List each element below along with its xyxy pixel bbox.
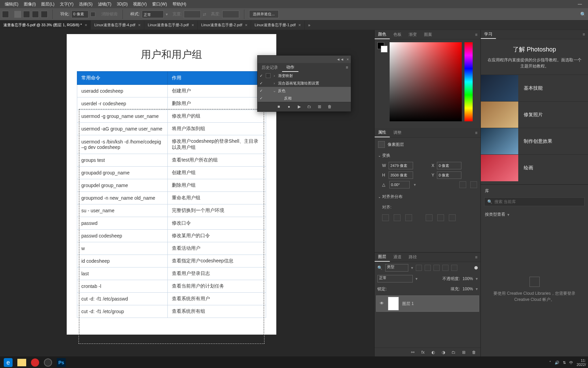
search-icon[interactable]: 🔍 [377, 265, 382, 270]
align-bottom-icon[interactable] [449, 214, 456, 221]
taskbar-edge-icon[interactable]: e [4, 358, 13, 367]
taskbar-app-icon[interactable] [31, 358, 39, 367]
subtract-selection-icon[interactable] [32, 11, 39, 18]
library-filter-select[interactable]: 按类型查看▾ [481, 208, 588, 221]
fg-bg-swatch[interactable] [377, 42, 387, 52]
play-icon[interactable]: ▶ [296, 104, 302, 110]
learn-item-creative[interactable]: 制作创意效果 [481, 128, 588, 154]
history-tab[interactable]: 历史记录 [258, 63, 282, 72]
panel-menu-icon[interactable]: ≡ [472, 252, 480, 262]
tray-ime[interactable]: 中 [569, 360, 573, 365]
actions-tab[interactable]: 动作 [282, 63, 298, 72]
adjustments-tab[interactable]: 调整 [390, 128, 405, 137]
new-icon[interactable]: ⊞ [317, 104, 322, 110]
intersect-selection-icon[interactable] [41, 11, 48, 18]
layer-name[interactable]: 图层 1 [402, 301, 414, 307]
menu-layer[interactable]: 图层(L) [38, 1, 57, 7]
new-layer-icon[interactable]: ⊞ [461, 350, 467, 356]
actions-panel[interactable]: ◄◄× 历史记录 动作 ≡ ✓›渐变映射 ✓›混合器画笔克隆绘图设置 ✓⌄反色 … [257, 55, 351, 112]
width-input[interactable] [389, 162, 413, 169]
more-tabs-icon[interactable]: » [305, 20, 314, 30]
layers-tab[interactable]: 图层 [375, 252, 390, 262]
trash-icon[interactable]: 🗑 [471, 350, 477, 356]
close-icon[interactable]: × [138, 22, 141, 28]
visibility-icon[interactable]: 👁 [379, 301, 385, 306]
menu-3d[interactable]: 3D(D) [114, 2, 130, 6]
align-right-icon[interactable] [405, 214, 412, 221]
paths-tab[interactable]: 路径 [405, 252, 421, 262]
transform-section[interactable]: 变换 [382, 153, 390, 158]
panel-menu-icon[interactable]: ≡ [472, 128, 480, 137]
library-search-input[interactable]: 🔍搜索 当前库 [484, 197, 585, 206]
menu-help[interactable]: 帮助(H) [170, 1, 189, 7]
angle-input[interactable] [389, 181, 410, 188]
channels-tab[interactable]: 通道 [390, 252, 405, 262]
align-hcenter-icon[interactable] [394, 214, 401, 221]
x-input[interactable] [437, 162, 461, 169]
menu-window[interactable]: 窗口(W) [149, 1, 169, 7]
tray-volume-icon[interactable]: 🔊 [555, 361, 559, 365]
trash-icon[interactable]: 🗑 [327, 104, 332, 110]
minimize-button[interactable]: — [575, 2, 586, 6]
align-vcenter-icon[interactable] [437, 214, 444, 221]
learn-item-paint[interactable]: 绘画 [481, 154, 588, 181]
menu-type[interactable]: 文字(Y) [57, 1, 76, 7]
menu-filter[interactable]: 滤镜(T) [95, 1, 114, 7]
gradients-tab[interactable]: 渐变 [405, 30, 421, 39]
mask-icon[interactable]: ◐ [430, 350, 436, 356]
add-selection-icon[interactable] [23, 11, 30, 18]
color-picker[interactable] [375, 40, 480, 128]
filter-kind-select[interactable]: 类型 [385, 264, 408, 272]
filter-smart-icon[interactable] [451, 265, 457, 271]
filter-adjust-icon[interactable] [425, 265, 431, 271]
close-icon[interactable]: × [192, 22, 194, 28]
layer-item[interactable]: 👁 图层 1 [376, 295, 479, 312]
taskbar-obs-icon[interactable] [44, 358, 52, 367]
flip-h-icon[interactable] [459, 181, 466, 188]
link-icon[interactable]: ⚯ [410, 350, 416, 356]
tray-date[interactable]: 2022/ [576, 363, 586, 367]
blend-mode-select[interactable]: 正常 [377, 275, 413, 282]
doc-tab-5[interactable]: Linux速查备忘手册-1.pdf× [251, 20, 305, 30]
filter-shape-icon[interactable] [442, 265, 448, 271]
close-icon[interactable]: × [347, 57, 349, 61]
y-input[interactable] [437, 171, 461, 179]
group-icon[interactable]: 🗀 [451, 350, 457, 356]
close-icon[interactable]: × [298, 22, 301, 28]
color-tab[interactable]: 颜色 [375, 30, 390, 39]
collapse-icon[interactable]: ◄◄ [337, 57, 344, 61]
tool-preset-icon[interactable] [2, 11, 9, 18]
libraries-tab[interactable]: 库 [481, 184, 588, 196]
filter-toggle-icon[interactable] [474, 266, 478, 270]
close-icon[interactable]: × [85, 22, 87, 28]
learn-item-basics[interactable]: 基本技能 [481, 75, 588, 101]
properties-tab[interactable]: 属性 [375, 128, 390, 137]
tray-up-icon[interactable]: ˄ [549, 361, 551, 365]
doc-tab-1[interactable]: 速查备忘手册-5.pdf @ 33.3% (图层 1, RGB/8) *× [0, 20, 91, 30]
tray-wifi-icon[interactable]: ⇅ [563, 361, 566, 365]
tray-time[interactable]: 11: [576, 358, 586, 363]
action-step[interactable]: 反相 [278, 96, 292, 101]
feather-input[interactable] [71, 11, 88, 18]
menu-select[interactable]: 选择(S) [76, 1, 95, 7]
action-item[interactable]: 渐变映射 [278, 73, 293, 78]
align-top-icon[interactable] [426, 214, 432, 221]
record-icon[interactable]: ● [286, 104, 292, 110]
learn-tab[interactable]: 学习 [481, 30, 496, 39]
flip-v-icon[interactable] [470, 181, 477, 188]
opacity-value[interactable]: 100% [462, 276, 473, 281]
swatches-tab[interactable]: 色板 [390, 30, 405, 39]
hue-slider[interactable] [464, 42, 473, 121]
panel-menu-icon[interactable]: ≡ [472, 30, 480, 39]
menu-view[interactable]: 视图(V) [130, 1, 149, 7]
close-icon[interactable]: × [245, 22, 248, 28]
adjustment-icon[interactable]: ◑ [440, 350, 446, 356]
taskbar-explorer-icon[interactable] [17, 359, 26, 366]
search-icon[interactable]: 🔍 [580, 12, 586, 17]
fill-value[interactable]: 100% [462, 287, 473, 291]
stop-icon[interactable]: ■ [276, 104, 281, 110]
filter-pixel-icon[interactable] [416, 265, 422, 271]
doc-tab-2[interactable]: Linux速查备忘手册-4.pdf× [91, 20, 144, 30]
new-selection-icon[interactable] [14, 11, 21, 18]
learn-item-retouch[interactable]: 修复照片 [481, 101, 588, 128]
